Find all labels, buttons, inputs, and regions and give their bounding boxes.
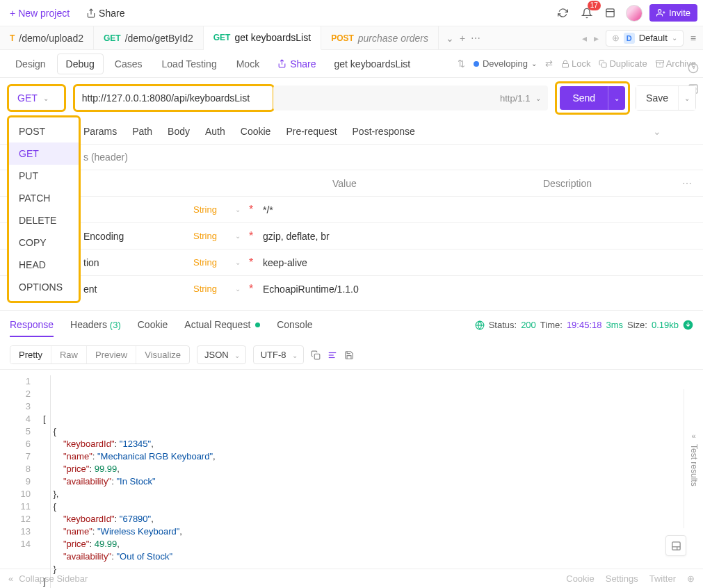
tab-upload2[interactable]: T /demo/upload2: [0, 26, 94, 49]
save-icon[interactable]: [344, 350, 354, 360]
chevron-down-icon[interactable]: ⌄: [235, 206, 249, 213]
url-input[interactable]: [82, 92, 266, 104]
cookie-tab[interactable]: Cookie: [138, 313, 168, 337]
method-option-options[interactable]: OPTIONS: [9, 276, 79, 298]
cases-tab[interactable]: Cases: [106, 54, 151, 74]
method-option-get[interactable]: GET: [9, 142, 79, 165]
send-button[interactable]: Send: [560, 86, 608, 110]
save-button[interactable]: Save: [636, 86, 678, 110]
copy-icon[interactable]: [311, 350, 321, 360]
req-tab-cookie[interactable]: Cookie: [241, 123, 271, 140]
method-option-head[interactable]: HEAD: [9, 254, 79, 276]
wrap-icon[interactable]: [328, 350, 337, 360]
toolbar: Design Debug Cases Load Testing Mock Sha…: [0, 50, 703, 78]
req-tab-params[interactable]: Params: [83, 123, 117, 140]
req-tab-pre-request[interactable]: Pre-request: [286, 123, 337, 140]
environment-select[interactable]: ⊕ D Default ⌄: [606, 30, 684, 47]
download-icon[interactable]: [683, 320, 693, 330]
footer-cookie-link[interactable]: Cookie: [566, 573, 594, 584]
encoding-select[interactable]: UTF-8 ⌄: [253, 345, 304, 364]
method-label: GET: [213, 33, 231, 42]
load-testing-tab[interactable]: Load Testing: [154, 54, 225, 74]
cell-value: */*: [263, 204, 543, 215]
console-tab[interactable]: Console: [277, 313, 312, 337]
method-select[interactable]: GET ⌄: [7, 84, 66, 112]
chevron-left-icon[interactable]: «: [8, 573, 13, 584]
more-icon[interactable]: ⋯: [682, 178, 703, 189]
more-icon[interactable]: ⋯: [471, 33, 480, 44]
req-tab-post-response[interactable]: Post-response: [353, 123, 415, 140]
view-tab-pretty[interactable]: Pretty: [10, 346, 51, 364]
footer-twitter-link[interactable]: Twitter: [649, 573, 676, 584]
send-dropdown[interactable]: ⌄: [608, 86, 625, 110]
sort-icon[interactable]: ⇅: [458, 58, 465, 69]
invite-button[interactable]: Invite: [649, 4, 697, 22]
avatar[interactable]: [626, 5, 643, 22]
help-icon[interactable]: [688, 63, 699, 74]
add-tab-icon[interactable]: +: [460, 33, 465, 44]
actual-request-tab[interactable]: Actual Request: [184, 313, 260, 337]
design-tab[interactable]: Design: [7, 54, 54, 74]
code-body[interactable]: [ { "keyboardId": "12345", "name": "Mech…: [38, 375, 703, 588]
method-option-patch[interactable]: PATCH: [9, 187, 79, 209]
save-dropdown[interactable]: ⌄: [678, 86, 695, 110]
method-option-delete[interactable]: DELETE: [9, 209, 79, 231]
chevron-down-icon[interactable]: ⌄: [235, 285, 249, 293]
collapse-sidebar-button[interactable]: Collapse Sidebar: [19, 573, 88, 584]
view-tab-visualize[interactable]: Visualize: [136, 346, 189, 364]
new-project-button[interactable]: + New project: [6, 5, 74, 22]
layout-button[interactable]: [602, 5, 619, 22]
footer-more-icon[interactable]: ⊕: [687, 573, 695, 584]
swap-icon[interactable]: ⇄: [545, 58, 553, 69]
method-label: GET: [104, 33, 121, 43]
view-tab-preview[interactable]: Preview: [86, 346, 136, 364]
status-select[interactable]: Developing ⌄: [474, 58, 537, 69]
url-row: GET ⌄ http/1.1 ⌄ Send ⌄ Save ⌄ POST GET …: [0, 78, 703, 118]
chevron-down-icon[interactable]: ⌄: [235, 259, 249, 266]
req-tab-path[interactable]: Path: [132, 123, 152, 140]
mock-tab[interactable]: Mock: [228, 54, 268, 74]
duplicate-button[interactable]: Duplicate: [599, 58, 647, 69]
method-label: POST: [331, 33, 354, 43]
share-top-button[interactable]: Share: [81, 5, 130, 22]
grid-icon: [671, 541, 681, 551]
table-row[interactable]: Encoding String ⌄ * gzip, deflate, br: [0, 222, 703, 249]
view-tab-raw[interactable]: Raw: [51, 346, 86, 364]
tab-purchase-orders[interactable]: POST purchase orders: [321, 26, 439, 49]
table-row[interactable]: ent String ⌄ * EchoapiRuntime/1.1.0: [0, 275, 703, 302]
tab-keyboardslist[interactable]: GET get keyboardsList: [204, 26, 321, 50]
req-tab-auth[interactable]: Auth: [205, 123, 225, 140]
col-description: Description: [543, 178, 682, 189]
share-button[interactable]: Share: [270, 54, 323, 74]
chevron-down-icon[interactable]: ⌄: [535, 95, 541, 102]
chevron-down-icon[interactable]: ⌄: [446, 33, 454, 44]
debug-tab[interactable]: Debug: [57, 54, 104, 74]
next-tab-icon[interactable]: ▸: [594, 33, 599, 44]
archive-icon: [656, 60, 664, 68]
notifications-button[interactable]: 17: [579, 5, 595, 22]
test-results-panel[interactable]: « Test results: [684, 389, 703, 528]
refresh-button[interactable]: [555, 5, 572, 22]
timestamp: 19:45:18: [567, 320, 602, 330]
response-toolbar: Pretty Raw Preview Visualize JSON ⌄ UTF-…: [0, 341, 703, 370]
method-option-put[interactable]: PUT: [9, 165, 79, 187]
req-tab-body[interactable]: Body: [168, 123, 190, 140]
response-tab[interactable]: Response: [10, 313, 54, 337]
chevron-down-icon[interactable]: ⌄: [653, 126, 703, 137]
user-plus-icon: [656, 8, 665, 17]
headers-tab[interactable]: Headers (3): [70, 313, 121, 337]
method-option-post[interactable]: POST: [9, 120, 79, 142]
table-row[interactable]: tion String ⌄ * keep-alive: [0, 249, 703, 275]
lock-button[interactable]: Lock: [561, 58, 590, 69]
format-select[interactable]: JSON ⌄: [197, 345, 246, 364]
method-option-copy[interactable]: COPY: [9, 231, 79, 254]
chevron-down-icon[interactable]: ⌄: [235, 232, 249, 240]
chevron-down-icon: ⌄: [531, 60, 537, 67]
prev-tab-icon[interactable]: ◂: [582, 33, 587, 44]
footer-settings-link[interactable]: Settings: [606, 573, 638, 584]
tab-getbyid2[interactable]: GET /demo/getById2: [94, 26, 204, 49]
menu-icon[interactable]: ≡: [690, 33, 696, 44]
grid-button[interactable]: [665, 535, 686, 556]
tabs-row: T /demo/upload2 GET /demo/getById2 GET g…: [0, 26, 703, 50]
table-row[interactable]: String ⌄ * */*: [0, 196, 703, 222]
